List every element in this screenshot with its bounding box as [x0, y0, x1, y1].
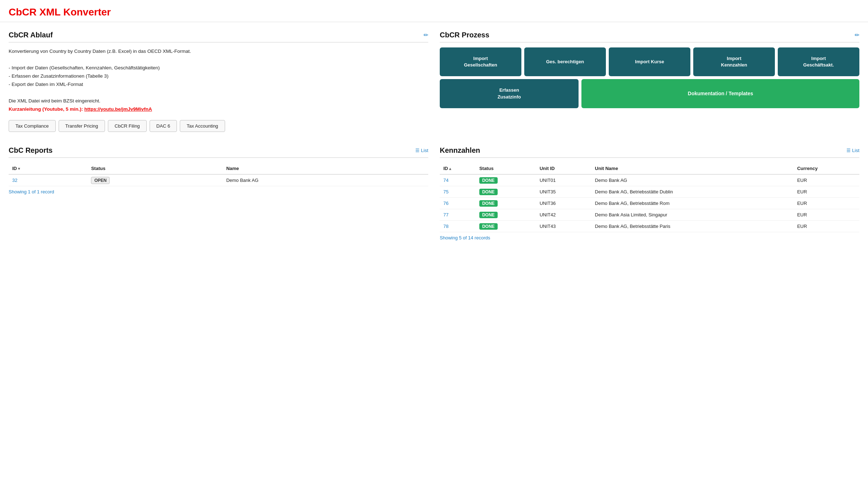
kennzahlen-section-header: Kennzahlen ☰ List	[440, 146, 859, 155]
tag-buttons-container: Tax Compliance Transfer Pricing CbCR Fil…	[9, 120, 428, 132]
reports-col-status: Status	[87, 163, 223, 174]
tag-btn-dac6[interactable]: DAC 6	[150, 120, 177, 132]
reports-divider	[9, 157, 428, 158]
reports-row-status: OPEN	[91, 177, 110, 184]
reports-row-id[interactable]: 32	[12, 178, 17, 183]
ablauf-description: Konvertierung von Country by Country Dat…	[9, 47, 428, 114]
reports-panel: CbC Reports ☰ List ID Status Name	[9, 146, 428, 240]
kennzahlen-row-status: DONE	[479, 212, 498, 218]
prozess-btn-import-kennzahlen[interactable]: ImportKennzahlen	[693, 47, 775, 76]
kennzahlen-row-id[interactable]: 74	[443, 178, 448, 183]
reports-list-btn[interactable]: ☰ List	[415, 148, 428, 153]
kennzahlen-row-status: DONE	[479, 177, 498, 184]
kennzahlen-row-unit-id: UNIT01	[536, 174, 591, 186]
table-row: 75 DONE UNIT35 Demo Bank AG, Betriebsstä…	[440, 186, 859, 197]
prozess-btn-import-gesellschaften[interactable]: ImportGesellschaften	[440, 47, 521, 76]
kennzahlen-row-id[interactable]: 76	[443, 201, 448, 206]
kennzahlen-panel: Kennzahlen ☰ List ID Status Unit ID Unit…	[440, 146, 859, 240]
prozess-btn-import-kurse[interactable]: Import Kurse	[609, 47, 690, 76]
reports-showing-text: Showing 1 of 1 record	[9, 189, 428, 194]
ablauf-panel: CbCR Ablauf ✏ Konvertierung von Country …	[9, 31, 428, 132]
kennzahlen-row-currency: EUR	[794, 209, 859, 220]
kennzahlen-row-unit-id: UNIT42	[536, 209, 591, 220]
prozess-header: CbCR Prozess ✏	[440, 31, 859, 39]
reports-col-name: Name	[223, 163, 428, 174]
kennzahlen-title: Kennzahlen	[440, 146, 480, 155]
kennzahlen-row-currency: EUR	[794, 174, 859, 186]
kennzahlen-row-unit-name: Demo Bank AG	[591, 174, 794, 186]
reports-row-name: Demo Bank AG	[223, 174, 428, 186]
kennzahlen-list-btn[interactable]: ☰ List	[846, 148, 859, 153]
kennzahlen-row-unit-id: UNIT43	[536, 220, 591, 232]
reports-list-label: List	[421, 148, 428, 153]
kennzahlen-row-status: DONE	[479, 200, 498, 207]
kennzahlen-row-unit-id: UNIT35	[536, 186, 591, 197]
list-icon: ☰	[415, 148, 420, 153]
prozess-btn-import-geschaeftsakt[interactable]: ImportGeschäftsakt.	[778, 47, 859, 76]
kennzahlen-table-body: 74 DONE UNIT01 Demo Bank AG EUR 75 DONE …	[440, 174, 859, 232]
table-row: 78 DONE UNIT43 Demo Bank AG, Betriebsstä…	[440, 220, 859, 232]
tag-btn-transfer-pricing[interactable]: Transfer Pricing	[59, 120, 105, 132]
reports-table: ID Status Name 32 OPEN Demo Bank AG	[9, 163, 428, 186]
kennzahlen-list-label: List	[852, 148, 859, 153]
table-row: 74 DONE UNIT01 Demo Bank AG EUR	[440, 174, 859, 186]
reports-table-head: ID Status Name	[9, 163, 428, 174]
table-row: 32 OPEN Demo Bank AG	[9, 174, 428, 186]
prozess-grid-row1: ImportGesellschaften Ges. berechtigen Im…	[440, 47, 859, 76]
top-row: CbCR Ablauf ✏ Konvertierung von Country …	[9, 31, 859, 132]
kennzahlen-row-status: DONE	[479, 189, 498, 195]
kennzahlen-col-unit-id: Unit ID	[536, 163, 591, 174]
table-row: 77 DONE UNIT42 Demo Bank Asia Limited, S…	[440, 209, 859, 220]
ablauf-edit-icon[interactable]: ✏	[424, 32, 428, 38]
kennzahlen-row-currency: EUR	[794, 197, 859, 209]
kennzahlen-table-head: ID Status Unit ID Unit Name Currency	[440, 163, 859, 174]
prozess-title: CbCR Prozess	[440, 31, 489, 39]
ablauf-youtube-link[interactable]: https://youtu.be/jmJv9MivfnA	[84, 106, 152, 112]
kennzahlen-row-currency: EUR	[794, 186, 859, 197]
tag-btn-cbcr-filing[interactable]: CbCR Filing	[108, 120, 147, 132]
tag-btn-tax-accounting[interactable]: Tax Accounting	[180, 120, 225, 132]
prozess-btn-erfassen-zusatzinfo[interactable]: ErfassenZusatzinfo	[440, 79, 579, 108]
reports-section-header: CbC Reports ☰ List	[9, 146, 428, 155]
reports-title: CbC Reports	[9, 146, 52, 155]
kennzahlen-row-unit-name: Demo Bank AG, Betriebsstätte Paris	[591, 220, 794, 232]
kennzahlen-divider	[440, 157, 859, 158]
prozess-btn-ges-berechtigen[interactable]: Ges. berechtigen	[524, 47, 606, 76]
reports-table-header-row: ID Status Name	[9, 163, 428, 174]
kennzahlen-col-status: Status	[476, 163, 536, 174]
kennzahlen-col-currency: Currency	[794, 163, 859, 174]
kennzahlen-col-id[interactable]: ID	[440, 163, 476, 174]
kennzahlen-row-unit-name: Demo Bank AG, Betriebsstätte Dublin	[591, 186, 794, 197]
kennzahlen-header-row: ID Status Unit ID Unit Name Currency	[440, 163, 859, 174]
kennzahlen-row-status: DONE	[479, 223, 498, 230]
app-header: CbCR XML Konverter	[0, 0, 868, 22]
list-icon-k: ☰	[846, 148, 851, 153]
bottom-row: CbC Reports ☰ List ID Status Name	[9, 146, 859, 240]
kennzahlen-showing-text: Showing 5 of 14 records	[440, 235, 859, 240]
ablauf-title: CbCR Ablauf	[9, 31, 53, 39]
kennzahlen-row-id[interactable]: 77	[443, 212, 448, 217]
kennzahlen-table: ID Status Unit ID Unit Name Currency 74 …	[440, 163, 859, 232]
prozess-panel: CbCR Prozess ✏ ImportGesellschaften Ges.…	[440, 31, 859, 132]
ablauf-link-label: Kurzanleitung (Youtube, 5 min.):	[9, 106, 84, 112]
prozess-grid-row2: ErfassenZusatzinfo Dokumentation / Templ…	[440, 79, 859, 108]
reports-col-id[interactable]: ID	[9, 163, 87, 174]
kennzahlen-row-unit-id: UNIT36	[536, 197, 591, 209]
kennzahlen-row-id[interactable]: 78	[443, 224, 448, 229]
kennzahlen-row-unit-name: Demo Bank AG, Betriebsstätte Rom	[591, 197, 794, 209]
kennzahlen-row-currency: EUR	[794, 220, 859, 232]
kennzahlen-row-id[interactable]: 75	[443, 189, 448, 194]
ablauf-divider	[9, 42, 428, 42]
ablauf-header: CbCR Ablauf ✏	[9, 31, 428, 39]
tag-btn-tax-compliance[interactable]: Tax Compliance	[9, 120, 56, 132]
prozess-btn-dokumentation[interactable]: Dokumentation / Templates	[581, 79, 859, 108]
kennzahlen-col-unit-name: Unit Name	[591, 163, 794, 174]
prozess-divider	[440, 42, 859, 42]
main-content: CbCR Ablauf ✏ Konvertierung von Country …	[0, 22, 868, 249]
kennzahlen-row-unit-name: Demo Bank Asia Limited, Singapur	[591, 209, 794, 220]
reports-table-body: 32 OPEN Demo Bank AG	[9, 174, 428, 186]
table-row: 76 DONE UNIT36 Demo Bank AG, Betriebsstä…	[440, 197, 859, 209]
prozess-edit-icon[interactable]: ✏	[855, 32, 859, 38]
app-title: CbCR XML Konverter	[9, 6, 111, 18]
